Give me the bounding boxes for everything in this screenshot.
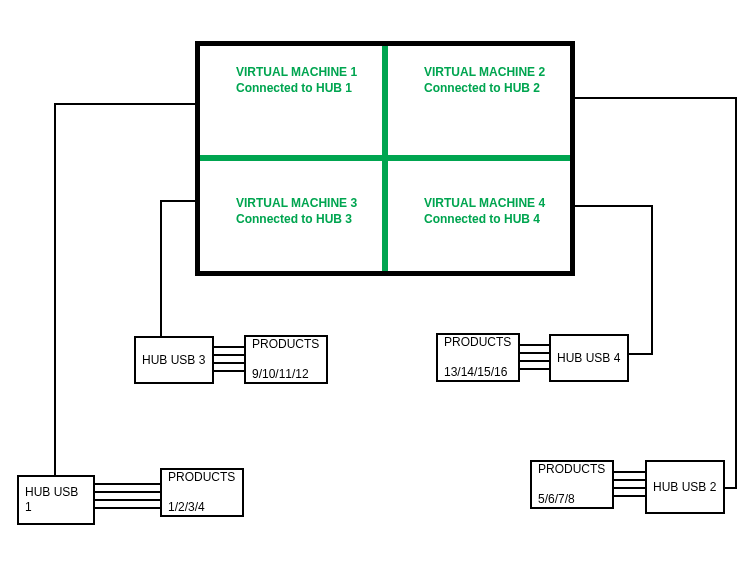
products1-l2: 1/2/3/4	[168, 500, 236, 515]
vm3-cell: VIRTUAL MACHINE 3 Connected to HUB 3	[200, 161, 382, 271]
hub2-box: HUB USB 2	[645, 460, 725, 514]
vm3-sub: Connected to HUB 3	[236, 212, 352, 226]
products3-box: PRODUCTS 9/10/11/12	[244, 335, 328, 384]
usb-wire	[214, 346, 244, 348]
vm1-cell: VIRTUAL MACHINE 1 Connected to HUB 1	[200, 46, 382, 156]
vm2-cell: VIRTUAL MACHINE 2 Connected to HUB 2	[388, 46, 570, 156]
wire-hub2-in-h	[573, 97, 737, 99]
products2-box: PRODUCTS 5/6/7/8	[530, 460, 614, 509]
usb-wire	[95, 491, 160, 493]
products1-l1: PRODUCTS	[168, 470, 236, 485]
wire-hub4-in-h	[573, 205, 653, 207]
hub3-label: HUB USB 3	[142, 353, 206, 368]
usb-wire	[614, 495, 645, 497]
products1-box: PRODUCTS 1/2/3/4	[160, 468, 244, 517]
usb-wire	[95, 499, 160, 501]
vm1-title: VIRTUAL MACHINE 1	[236, 65, 357, 79]
hub1-label: HUB USB 1	[25, 485, 87, 515]
wire-hub2-up-v	[735, 97, 737, 489]
hub3-box: HUB USB 3	[134, 336, 214, 384]
products4-l2: 13/14/15/16	[444, 365, 512, 380]
products3-l2: 9/10/11/12	[252, 367, 320, 382]
vm2-sub: Connected to HUB 2	[424, 81, 540, 95]
usb-wire	[214, 362, 244, 364]
products3-l1: PRODUCTS	[252, 337, 320, 352]
usb-wire	[614, 471, 645, 473]
usb-wire	[520, 344, 549, 346]
vm1-sub: Connected to HUB 1	[236, 81, 352, 95]
hub2-label: HUB USB 2	[653, 480, 717, 495]
hub1-box: HUB USB 1	[17, 475, 95, 525]
products4-l1: PRODUCTS	[444, 335, 512, 350]
usb-wire	[520, 352, 549, 354]
vm4-sub: Connected to HUB 4	[424, 212, 540, 226]
wire-hub4-out-h	[629, 353, 653, 355]
usb-wire	[614, 487, 645, 489]
usb-wire	[95, 507, 160, 509]
wire-hub1-up-v	[54, 103, 56, 475]
usb-wire	[214, 370, 244, 372]
usb-wire	[520, 360, 549, 362]
wire-hub4-up-v	[651, 205, 653, 355]
vm3-title: VIRTUAL MACHINE 3	[236, 196, 357, 210]
usb-wire	[214, 354, 244, 356]
usb-wire	[520, 368, 549, 370]
vm4-title: VIRTUAL MACHINE 4	[424, 196, 545, 210]
products2-l1: PRODUCTS	[538, 462, 606, 477]
wire-hub1-up-h	[54, 103, 197, 105]
vm2-title: VIRTUAL MACHINE 2	[424, 65, 545, 79]
wire-hub3-up-h	[160, 200, 197, 202]
usb-wire	[614, 479, 645, 481]
hub4-box: HUB USB 4	[549, 334, 629, 382]
usb-wire	[95, 483, 160, 485]
vm4-cell: VIRTUAL MACHINE 4 Connected to HUB 4	[388, 161, 570, 271]
wire-hub3-up-v	[160, 200, 162, 336]
products4-box: PRODUCTS 13/14/15/16	[436, 333, 520, 382]
hub4-label: HUB USB 4	[557, 351, 621, 366]
diagram-canvas: VIRTUAL MACHINE 1 Connected to HUB 1 VIR…	[0, 0, 750, 572]
products2-l2: 5/6/7/8	[538, 492, 606, 507]
